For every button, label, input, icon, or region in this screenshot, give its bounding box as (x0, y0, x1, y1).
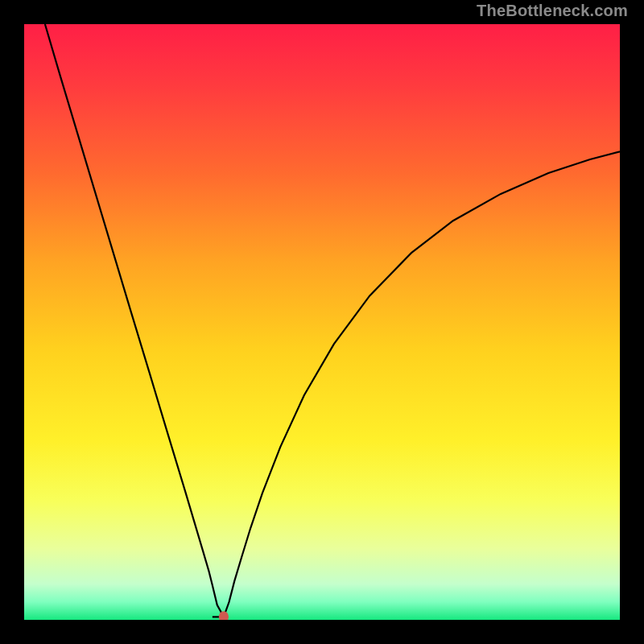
watermark-text: TheBottleneck.com (477, 2, 628, 20)
chart-frame: TheBottleneck.com (0, 0, 644, 644)
gradient-background (24, 24, 620, 620)
bottleneck-chart (24, 24, 620, 620)
